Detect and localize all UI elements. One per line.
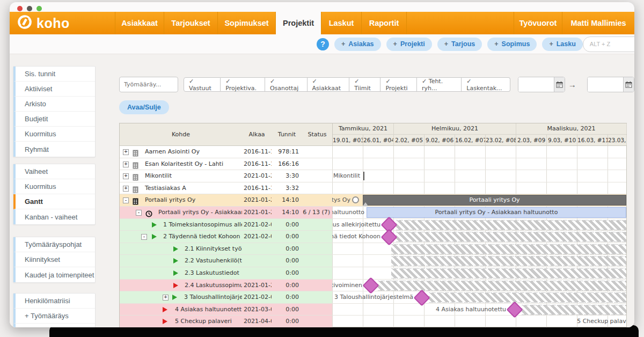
sidebar-item-ryhmät[interactable]: Ryhmät xyxy=(13,142,95,157)
pill-label: Lasku xyxy=(557,40,576,48)
add-asiakas-button[interactable]: +Asiakas xyxy=(334,38,381,51)
gantt-placeholder-bar[interactable] xyxy=(391,244,626,254)
nav-item-tyovuorot[interactable]: Työvuorot xyxy=(514,12,562,34)
table-row[interactable]: 4 Asiakas haltuunotettu2021-03-010:00 xyxy=(120,304,332,316)
table-row[interactable]: 5 Checkup palaveri2021-04-010:00 xyxy=(120,316,332,327)
sidebar-item-arkisto[interactable]: Arkisto xyxy=(13,97,95,112)
sidebar-item-budjetit[interactable]: Budjetit xyxy=(13,112,95,127)
table-row[interactable]: +Mikontilit2021-01-253:30 xyxy=(120,170,332,182)
sidebar-item-kaudet-ja-toimenpiteet[interactable]: Kaudet ja toimenpiteet xyxy=(13,267,95,282)
add-sopimus-button[interactable]: +Sopimus xyxy=(487,38,537,51)
gantt-row-label: 5 Checkup palaveri xyxy=(577,316,626,327)
gantt-placeholder-bar[interactable] xyxy=(396,220,626,230)
row-name: 2.1 Kiinnitykset työmääräyksiin xyxy=(185,243,242,255)
filter-toggle-vastuut[interactable]: ✓ Vastuut xyxy=(184,77,221,92)
filter-toggle-projektiva[interactable]: ✓ Projektiva. xyxy=(221,77,265,92)
zoom-icon[interactable] xyxy=(36,6,42,11)
sidebar-item-työmääräyspohjat[interactable]: Työmääräyspohjat xyxy=(13,237,95,252)
expand-icon[interactable]: + xyxy=(123,173,129,179)
gantt-placeholder-bar[interactable] xyxy=(391,256,626,266)
expand-icon[interactable]: + xyxy=(123,149,129,155)
calendar-icon[interactable] xyxy=(554,77,565,92)
add-lasku-button[interactable]: +Lasku xyxy=(542,38,582,51)
close-icon[interactable] xyxy=(17,6,23,11)
collapse-icon[interactable]: - xyxy=(136,210,142,216)
add-projekti-button[interactable]: +Projekti xyxy=(386,38,432,51)
sidebar-item-kuormitus[interactable]: Kuormitus xyxy=(13,179,95,194)
nav-tab-raportit[interactable]: Raportit xyxy=(362,12,407,34)
sidebar-item-kuormitus[interactable]: Kuormitus xyxy=(13,127,95,142)
nav-tab-sopimukset[interactable]: Sopimukset xyxy=(218,12,276,34)
sidebar-item-henkilömatriisi[interactable]: Henkilömatriisi xyxy=(13,294,95,309)
table-row[interactable]: 2.4 Laskutussopimuksen luonti ja aktivoi… xyxy=(120,280,332,292)
month-header: Maaliskuu, 2021 xyxy=(516,123,627,134)
table-row[interactable]: +Aarnen Asiointi Oy2016-11-15978:11 xyxy=(120,146,332,158)
gantt-placeholder-bar[interactable] xyxy=(429,292,626,303)
gantt-placeholder-bar[interactable] xyxy=(396,232,626,242)
table-row[interactable]: +3 Taloushallintojärjestelmä2021-02-010:… xyxy=(120,291,332,304)
table-row[interactable]: 2.1 Kiinnitykset työmääräyksiin0:00 xyxy=(120,243,332,255)
search-input[interactable] xyxy=(589,40,634,48)
filter-toggle-osanottaj[interactable]: ✓ Osanottaj xyxy=(265,77,308,92)
calendar-icon[interactable] xyxy=(623,77,634,92)
table-row[interactable]: -2 Täydennä tiedot Kohoon2021-02-010:00 xyxy=(120,231,332,243)
add-tarjous-button[interactable]: +Tarjous xyxy=(437,38,482,51)
koho-logo[interactable]: koho xyxy=(10,12,115,34)
sidebar-item-partial[interactable] xyxy=(13,324,95,327)
date-to-input[interactable] xyxy=(588,77,623,92)
nav-tab-projektit[interactable]: Projektit xyxy=(276,12,321,34)
sidebar-item--työmääräys[interactable]: + Työmääräys xyxy=(13,309,95,324)
table-row[interactable]: 2.3 Laskutustiedot0:00 xyxy=(120,267,332,280)
collapse-icon[interactable]: - xyxy=(141,234,147,240)
user-menu[interactable]: Matti Mallimies xyxy=(562,12,634,34)
row-name: 3 Taloushallintojärjestelmä xyxy=(184,291,242,303)
table-row[interactable]: +Esan Kolaritestit Oy - Lahti2016-11-151… xyxy=(120,158,332,171)
nav-tab-tarjoukset[interactable]: Tarjoukset xyxy=(164,12,218,34)
filter-toggle-projekti[interactable]: ✓ Projekti xyxy=(380,77,417,92)
table-row[interactable]: -Portaali yritys Oy - Asiakkaan haltuuno… xyxy=(120,207,332,219)
week-header: 26.01, #04 xyxy=(363,135,394,145)
help-icon[interactable]: ? xyxy=(317,38,329,50)
sidebar-item-gantt[interactable]: Gantt xyxy=(13,194,95,209)
expand-collapse-all-button[interactable]: Avaa/Sulje xyxy=(119,100,169,114)
table-row[interactable]: -Portaali yritys Oy2021-01-2514:10 xyxy=(120,194,332,207)
filter-search-input[interactable] xyxy=(119,77,178,92)
gantt-placeholder-bar[interactable] xyxy=(522,305,626,315)
minimize-icon[interactable] xyxy=(27,6,32,11)
table-row[interactable]: 2.2 Vastuuhenkilö(t)0:00 xyxy=(120,255,332,267)
expand-icon[interactable]: + xyxy=(123,186,129,192)
play-red-icon xyxy=(163,318,167,324)
filter-toggle-asiakkaat[interactable]: ✓ Asiakkaat xyxy=(308,77,350,92)
gantt-bar[interactable]: Portaali yritys Oy - Asiakkaan haltuunot… xyxy=(367,207,626,218)
filter-toggle-tiimit[interactable]: ✓ Tiimit xyxy=(349,77,380,92)
gantt-node-circle-icon[interactable] xyxy=(352,196,359,203)
status-cell: 6 / 13 (7) xyxy=(302,207,332,218)
week-header: 16.03, #11 xyxy=(577,135,608,145)
gantt-placeholder-bar[interactable] xyxy=(378,281,626,291)
gantt-row: 2.4 Laskutussopimuksen luonti ja aktivoi… xyxy=(332,280,626,292)
table-row[interactable]: +Testiasiakas A2016-11-153:32 xyxy=(120,182,332,195)
nav-tab-asiakkaat[interactable]: Asiakkaat xyxy=(115,12,164,34)
sidebar-item-kiinnitykset[interactable]: Kiinnitykset xyxy=(13,252,95,267)
filter-toggle-laskentak[interactable]: ✓ Laskentak... xyxy=(462,77,510,92)
kohde-cell: 1 Toimeksiantosopimus allekirjoitettu xyxy=(120,219,242,231)
gantt-drag-handle-icon[interactable] xyxy=(363,202,368,206)
nav-tab-laskut[interactable]: Laskut xyxy=(321,12,362,34)
expand-icon[interactable]: + xyxy=(163,295,169,301)
sidebar-item-vaiheet[interactable]: Vaiheet xyxy=(13,164,95,179)
gantt-placeholder-bar[interactable] xyxy=(391,268,626,279)
table-row[interactable]: 1 Toimeksiantosopimus allekirjoitettu202… xyxy=(120,219,332,231)
gantt-row xyxy=(332,182,626,195)
collapse-icon[interactable]: - xyxy=(123,197,129,203)
gantt-bar[interactable]: Portaali yritys Oy xyxy=(363,195,626,206)
sidebar-item-aktiiviset[interactable]: Aktiiviset xyxy=(13,82,95,97)
expand-icon[interactable]: + xyxy=(123,162,129,167)
traffic-lights[interactable] xyxy=(17,6,42,11)
date-from-input[interactable] xyxy=(518,77,554,92)
sidebar-item-sis-tunnit[interactable]: Sis. tunnit xyxy=(13,67,95,82)
sidebar-item-kanban-vaiheet[interactable]: Kanban - vaiheet xyxy=(13,209,95,224)
filter-toggle-tehtryh[interactable]: ✓ Teht. ryh... xyxy=(417,77,462,92)
status-cell xyxy=(302,304,332,316)
status-cell xyxy=(302,255,332,267)
gantt-tick-bar[interactable] xyxy=(363,172,364,180)
